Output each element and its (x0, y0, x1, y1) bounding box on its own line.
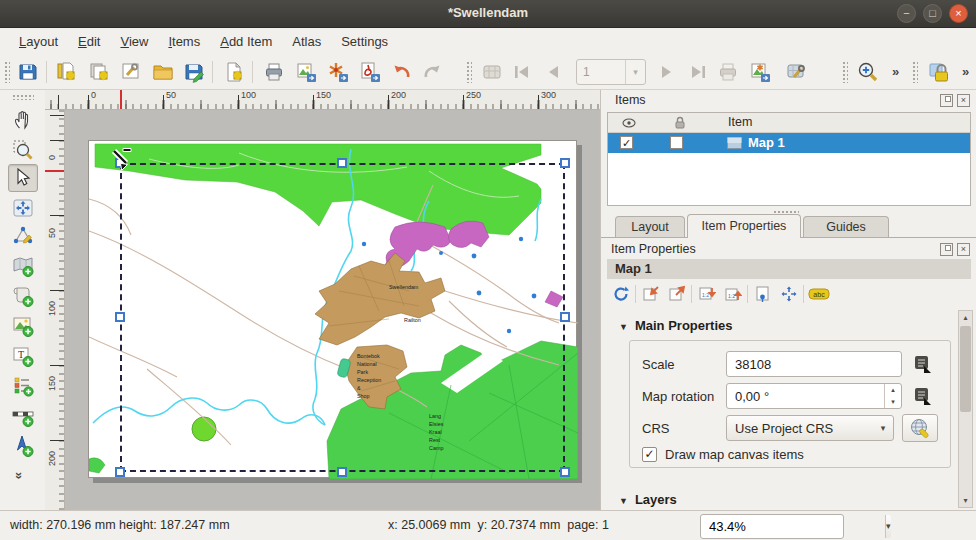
selection-handle-s[interactable] (337, 467, 347, 477)
tab-item-properties[interactable]: Item Properties (687, 214, 801, 238)
visibility-checkbox[interactable]: ✓ (620, 136, 633, 149)
toolbar-grip[interactable] (842, 61, 848, 83)
zoom-in-button[interactable] (854, 58, 882, 86)
menu-items[interactable]: Items (159, 31, 209, 52)
selection-handle-e[interactable] (560, 312, 570, 322)
close-panel-button[interactable]: × (957, 94, 970, 107)
toolbox-overflow-chevron[interactable]: » (12, 472, 27, 479)
close-button[interactable]: × (949, 4, 968, 23)
move-content-tool-button[interactable] (8, 194, 38, 222)
vertical-ruler[interactable]: 0 50 100 150 200 (45, 110, 65, 510)
set-canvas-scale-button[interactable]: 1:2 (721, 283, 745, 305)
spin-buttons[interactable]: ▴ ▾ (884, 384, 901, 408)
float-panel-button[interactable] (940, 243, 953, 256)
items-row-map1[interactable]: ✓ Map 1 (608, 133, 970, 153)
crs-combobox[interactable]: Use Project CRS ▾ (726, 415, 894, 441)
pan-tool-button[interactable] (8, 106, 38, 134)
toolbar-overflow-chevron[interactable]: » (962, 64, 969, 79)
selection-handle-se[interactable] (560, 467, 570, 477)
selection-handle-w[interactable] (115, 312, 125, 322)
selection-handle-ne[interactable] (560, 158, 570, 168)
new-layout-button[interactable] (52, 58, 80, 86)
labeling-settings-button[interactable]: abc (807, 283, 831, 305)
atlas-first-feature-button[interactable] (508, 58, 536, 86)
move-item-content-button[interactable] (777, 283, 801, 305)
lock-checkbox[interactable] (670, 136, 683, 149)
toolbar-overflow-chevron[interactable]: » (892, 64, 899, 79)
zoom-tool-button[interactable] (8, 136, 38, 164)
menu-edit[interactable]: Edit (69, 31, 109, 52)
refresh-map-button[interactable] (609, 283, 633, 305)
atlas-settings-button[interactable] (782, 58, 810, 86)
menu-layout[interactable]: Layout (10, 31, 67, 52)
print-atlas-button[interactable] (714, 58, 742, 86)
selection-handle-sw[interactable] (115, 467, 125, 477)
spin-up-icon[interactable]: ▴ (885, 384, 901, 396)
properties-scrollbar[interactable]: ▴ ▾ (958, 310, 973, 508)
draw-canvas-items-checkbox[interactable]: ✓ (642, 447, 657, 462)
layout-manager-button[interactable] (117, 58, 145, 86)
zoom-level-input[interactable] (701, 515, 885, 538)
atlas-next-feature-button[interactable] (652, 58, 680, 86)
set-extent-to-canvas-button[interactable] (639, 283, 663, 305)
menu-add-item[interactable]: Add Item (211, 31, 281, 52)
toolbar-grip[interactable] (12, 94, 34, 100)
atlas-page-dropdown-icon[interactable]: ▾ (625, 60, 645, 84)
scroll-down-icon[interactable]: ▾ (959, 494, 972, 507)
float-panel-button[interactable] (940, 94, 953, 107)
add-3d-map-button[interactable] (8, 282, 38, 310)
print-button[interactable] (260, 58, 288, 86)
interactive-extent-button[interactable] (751, 283, 775, 305)
toolbar-grip[interactable] (912, 61, 918, 83)
maximize-button[interactable]: □ (923, 4, 942, 23)
layout-canvas[interactable]: Swellendam Railton Bontebok National Par… (65, 110, 600, 510)
select-move-item-tool-button[interactable] (8, 164, 38, 192)
export-svg-button[interactable] (324, 58, 352, 86)
layers-section[interactable]: ▼Layers (619, 492, 677, 507)
zoom-level-combobox[interactable]: ▾ (700, 514, 844, 539)
menu-settings[interactable]: Settings (332, 31, 397, 52)
duplicate-layout-button[interactable] (85, 58, 113, 86)
atlas-page-input[interactable] (577, 60, 625, 84)
scale-field[interactable] (726, 351, 902, 377)
minimize-button[interactable]: − (897, 4, 916, 23)
rotation-override-button[interactable] (910, 385, 936, 407)
atlas-previous-feature-button[interactable] (540, 58, 568, 86)
view-extent-in-canvas-button[interactable] (665, 283, 689, 305)
atlas-preview-button[interactable] (478, 58, 506, 86)
tab-layout[interactable]: Layout (615, 216, 685, 238)
export-pdf-button[interactable] (356, 58, 384, 86)
zoom-dropdown-icon[interactable]: ▾ (885, 515, 891, 538)
set-scale-from-canvas-button[interactable]: 1:2 (695, 283, 719, 305)
toolbar-grip[interactable] (4, 61, 10, 83)
crs-select-button[interactable] (902, 414, 938, 442)
redo-button[interactable] (418, 58, 446, 86)
scale-override-button[interactable] (910, 353, 936, 375)
tab-guides[interactable]: Guides (803, 216, 889, 238)
add-picture-button[interactable] (8, 312, 38, 340)
map-rotation-field[interactable]: ▴ ▾ (726, 383, 902, 409)
edit-nodes-tool-button[interactable] (8, 222, 38, 250)
spin-down-icon[interactable]: ▾ (885, 396, 901, 408)
horizontal-ruler[interactable]: 0 50 100 150 200 250 300 (45, 90, 600, 110)
undo-button[interactable] (388, 58, 416, 86)
main-properties-section[interactable]: ▼Main Properties (619, 318, 732, 333)
scroll-up-icon[interactable]: ▴ (959, 311, 972, 324)
save-project-button[interactable] (14, 58, 42, 86)
add-legend-button[interactable] (8, 372, 38, 400)
add-map-button[interactable] (8, 252, 38, 280)
open-template-button[interactable] (149, 58, 177, 86)
selection-handle-n[interactable] (337, 158, 347, 168)
save-as-template-button[interactable] (180, 58, 208, 86)
export-atlas-button[interactable] (746, 58, 774, 86)
add-north-arrow-button[interactable] (8, 432, 38, 460)
toolbar-grip[interactable] (466, 61, 472, 83)
lock-items-button[interactable] (926, 58, 954, 86)
add-pages-button[interactable] (220, 58, 248, 86)
export-image-button[interactable] (292, 58, 320, 86)
atlas-page-combobox[interactable]: ▾ (576, 59, 646, 85)
atlas-last-feature-button[interactable] (684, 58, 712, 86)
scrollbar-thumb[interactable] (960, 326, 971, 412)
close-panel-button[interactable]: × (957, 243, 970, 256)
menu-view[interactable]: View (111, 31, 157, 52)
